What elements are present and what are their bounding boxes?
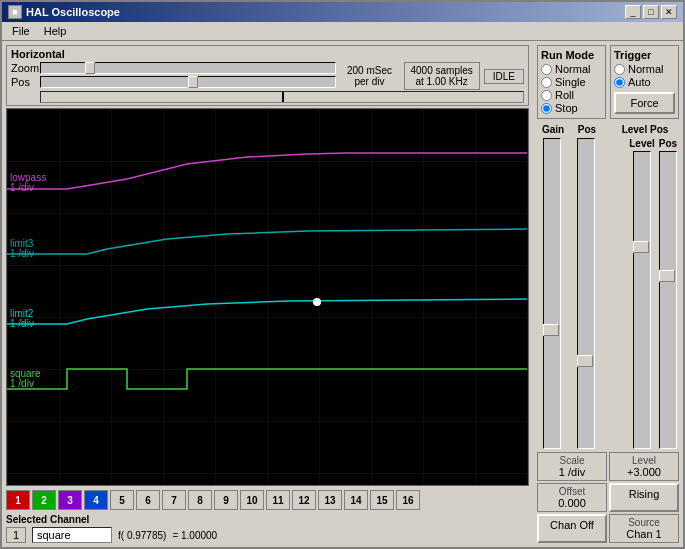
source-chan-label: Source [614, 517, 674, 528]
gain-label: Gain [537, 124, 569, 135]
run-mode-roll[interactable]: Roll [541, 89, 602, 101]
time-scale-display: 200 mSec per div [340, 65, 400, 87]
channel-6-button[interactable]: 6 [136, 490, 160, 510]
main-content: Horizontal Zoom Pos [2, 41, 683, 547]
horizontal-label: Horizontal [11, 48, 524, 60]
bottom-right-grid: Scale 1 /div Level +3.000 Offset 0.000 R… [537, 452, 679, 543]
offset-value: 0.000 [542, 497, 602, 509]
trigger-box: Trigger Normal Auto Force [610, 45, 679, 119]
status-display: IDLE [484, 69, 524, 84]
trigger-slider-labels: Level Pos [611, 124, 679, 135]
level-label: Level Pos [622, 124, 669, 135]
zoom-label: Zoom [11, 62, 36, 74]
scale-label: Scale [542, 455, 602, 466]
right-panel: Run Mode Normal Single Roll [533, 41, 683, 547]
channel-12-button[interactable]: 12 [292, 490, 316, 510]
level-label-br: Level [614, 455, 674, 466]
scale-value: 1 /div [542, 466, 602, 478]
trigger-level-slider[interactable] [633, 151, 651, 449]
trigger-normal-radio[interactable] [614, 64, 625, 75]
selected-channel-row: Selected Channel [6, 514, 529, 525]
channel-7-button[interactable]: 7 [162, 490, 186, 510]
run-mode-stop[interactable]: Stop [541, 102, 602, 114]
run-mode-roll-radio[interactable] [541, 90, 552, 101]
pos-slider[interactable] [40, 76, 336, 88]
channel-buttons-row: 1 2 3 4 5 6 7 8 9 10 11 12 13 14 15 16 [6, 488, 529, 512]
rising-button[interactable]: Rising [609, 483, 679, 512]
slider-header-area: Gain Pos Level Pos [537, 124, 679, 135]
oscilloscope-display: lowpass 1 /div limit3 1 /div limit2 1 /d… [6, 108, 529, 486]
vertical-slider-labels: Gain Pos [537, 124, 607, 135]
trigger-auto-radio[interactable] [614, 77, 625, 88]
run-mode-stop-label: Stop [555, 102, 578, 114]
channel-3-button[interactable]: 3 [58, 490, 82, 510]
channel-2-button[interactable]: 2 [32, 490, 56, 510]
source-chan-box: Source Chan 1 [609, 514, 679, 543]
pos-slider-group [571, 138, 601, 449]
scale-box: Scale 1 /div [537, 452, 607, 481]
channel-4-button[interactable]: 4 [84, 490, 108, 510]
trigger-auto[interactable]: Auto [614, 76, 675, 88]
close-button[interactable]: ✕ [661, 5, 677, 19]
vert-pos-slider[interactable] [577, 138, 595, 449]
run-mode-stop-radio[interactable] [541, 103, 552, 114]
chan-off-button[interactable]: Chan Off [537, 514, 607, 543]
vert-pos-label: Pos [571, 124, 603, 135]
run-mode-normal-radio[interactable] [541, 64, 552, 75]
run-mode-single[interactable]: Single [541, 76, 602, 88]
force-button[interactable]: Force [614, 92, 675, 114]
channel-14-button[interactable]: 14 [344, 490, 368, 510]
time-marker[interactable] [40, 91, 524, 103]
title-buttons: _ □ ✕ [625, 5, 677, 19]
menu-bar: File Help [2, 22, 683, 41]
svg-text:1 /div: 1 /div [10, 182, 34, 193]
gain-slider-group [537, 138, 567, 449]
title-bar: ■ HAL Oscilloscope _ □ ✕ [2, 2, 683, 22]
run-mode-title: Run Mode [541, 49, 602, 61]
channel-8-button[interactable]: 8 [188, 490, 212, 510]
level-value: +3.000 [614, 466, 674, 478]
horizontal-section: Horizontal Zoom Pos [6, 45, 529, 106]
channel-11-button[interactable]: 11 [266, 490, 290, 510]
run-trigger-area: Run Mode Normal Single Roll [537, 45, 679, 119]
level-box: Level +3.000 [609, 452, 679, 481]
func-expression: f( 0.97785) [118, 530, 166, 541]
channel-5-button[interactable]: 5 [110, 490, 134, 510]
time-marker-row [11, 91, 524, 103]
pos-label: Pos [11, 76, 36, 88]
minimize-button[interactable]: _ [625, 5, 641, 19]
channel-13-button[interactable]: 13 [318, 490, 342, 510]
trig-pos-hdr: Pos [659, 138, 677, 149]
sample-info: 4000 samples at 1.00 KHz [404, 62, 480, 90]
channel-10-button[interactable]: 10 [240, 490, 264, 510]
source-chan-value: Chan 1 [614, 528, 674, 540]
run-mode-normal[interactable]: Normal [541, 63, 602, 75]
offset-box: Offset 0.000 [537, 483, 607, 512]
channel-1-button[interactable]: 1 [6, 490, 30, 510]
channel-9-button[interactable]: 9 [214, 490, 238, 510]
trig-level-hdr: Level [629, 138, 655, 149]
run-mode-single-radio[interactable] [541, 77, 552, 88]
gain-slider[interactable] [543, 138, 561, 449]
left-panel: Horizontal Zoom Pos [2, 41, 533, 547]
menu-help[interactable]: Help [38, 24, 73, 38]
trigger-title: Trigger [614, 49, 675, 61]
offset-label: Offset [542, 486, 602, 497]
channel-15-button[interactable]: 15 [370, 490, 394, 510]
trigger-pos-slider[interactable] [659, 151, 677, 449]
zoom-slider[interactable] [40, 62, 336, 74]
trigger-normal[interactable]: Normal [614, 63, 675, 75]
run-mode-roll-label: Roll [555, 89, 574, 101]
svg-point-1 [313, 298, 321, 306]
trigger-pos-slider-group: Pos [657, 138, 679, 449]
svg-text:1 /div: 1 /div [10, 248, 34, 259]
selected-channel-label: Selected Channel [6, 514, 89, 525]
window-icon: ■ [8, 5, 22, 19]
maximize-button[interactable]: □ [643, 5, 659, 19]
menu-file[interactable]: File [6, 24, 36, 38]
run-mode-box: Run Mode Normal Single Roll [537, 45, 606, 119]
trigger-normal-label: Normal [628, 63, 663, 75]
run-mode-normal-label: Normal [555, 63, 590, 75]
channel-16-button[interactable]: 16 [396, 490, 420, 510]
window-title: HAL Oscilloscope [26, 6, 120, 18]
